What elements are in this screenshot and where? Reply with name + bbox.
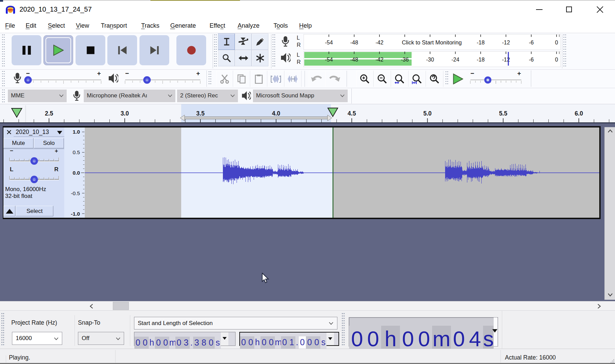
svg-text:5.5: 5.5 xyxy=(499,110,508,117)
svg-text:−: − xyxy=(470,70,474,77)
svg-text:-42: -42 xyxy=(375,40,383,45)
svg-text:-6: -6 xyxy=(529,57,534,63)
svg-text:-1.0: -1.0 xyxy=(71,211,80,217)
svg-text:+: + xyxy=(97,70,101,77)
svg-text:-54: -54 xyxy=(325,40,333,45)
svg-text:-54: -54 xyxy=(325,57,333,63)
svg-text:L: L xyxy=(10,166,13,173)
svg-text:-18: -18 xyxy=(477,57,484,63)
svg-text:-36: -36 xyxy=(401,57,409,63)
svg-text:0.0: 0.0 xyxy=(72,170,80,176)
svg-text:-24: -24 xyxy=(451,57,459,63)
svg-text:-18: -18 xyxy=(477,40,484,45)
svg-text:+: + xyxy=(517,70,521,77)
svg-text:-42: -42 xyxy=(375,57,383,63)
svg-text:0: 0 xyxy=(555,40,558,45)
svg-text:3.5: 3.5 xyxy=(196,110,205,117)
svg-text:-12: -12 xyxy=(502,40,510,45)
svg-text:5.0: 5.0 xyxy=(423,110,432,117)
svg-text:1.0: 1.0 xyxy=(72,129,80,135)
svg-text:4.0: 4.0 xyxy=(272,110,280,117)
svg-text:-6: -6 xyxy=(529,40,534,45)
svg-text:+: + xyxy=(196,70,200,77)
svg-text:−: − xyxy=(10,148,13,154)
svg-text:0: 0 xyxy=(555,57,558,63)
svg-text:2.5: 2.5 xyxy=(45,110,53,117)
svg-text:-30: -30 xyxy=(426,57,434,63)
svg-text:4.5: 4.5 xyxy=(348,110,356,117)
svg-text:Click to Start Monitoring: Click to Start Monitoring xyxy=(402,39,462,45)
svg-text:3.0: 3.0 xyxy=(121,110,129,117)
svg-text:−: − xyxy=(125,70,129,77)
svg-text:-48: -48 xyxy=(350,57,358,63)
svg-text:−: − xyxy=(26,70,30,77)
svg-text:-0.5: -0.5 xyxy=(71,190,80,196)
svg-text:R: R xyxy=(54,166,58,173)
svg-text:6.0: 6.0 xyxy=(575,110,583,117)
svg-text:0.5: 0.5 xyxy=(72,149,80,155)
svg-text:+: + xyxy=(55,148,58,154)
svg-text:-48: -48 xyxy=(350,40,358,45)
